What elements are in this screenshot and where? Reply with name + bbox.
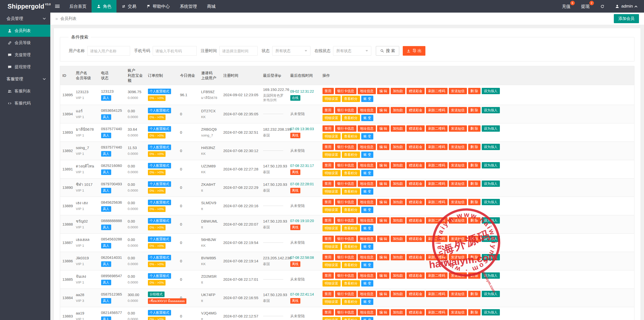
address-info-button[interactable]: 地址信息 (358, 309, 376, 315)
delete-button[interactable]: 删 除 (468, 272, 480, 279)
view-points-button[interactable]: 查看积分 (342, 317, 360, 320)
balance-change-button[interactable]: 账 变 (361, 170, 374, 176)
admin-user-menu[interactable]: admin (615, 4, 637, 9)
set-fake-button[interactable]: 设为假人 (482, 291, 500, 297)
add-deduct-button[interactable]: 加扣款 (391, 254, 406, 260)
set-fake-button[interactable]: 设为假人 (482, 217, 500, 224)
disable-button[interactable]: 禁用 (323, 291, 334, 297)
add-deduct-button[interactable]: 加扣款 (391, 272, 406, 279)
withdraw-nav-button[interactable]: 提现 2 (581, 4, 590, 9)
detail-settings-button[interactable]: 明细设置 (323, 280, 341, 287)
detail-settings-button[interactable]: 明细设置 (323, 262, 341, 268)
set-fake-button[interactable]: 设为假人 (482, 125, 500, 132)
detail-settings-button[interactable]: 明细设置 (323, 317, 341, 320)
refresh-qrcode-button[interactable]: 刷新二维码 (426, 162, 448, 168)
balance-change-button[interactable]: 账 变 (361, 280, 374, 287)
detail-settings-button[interactable]: 明细设置 (323, 115, 341, 121)
view-points-button[interactable]: 查看积分 (342, 152, 360, 158)
add-deduct-button[interactable]: 加扣款 (391, 144, 406, 150)
add-deduct-button[interactable]: 加扣款 (391, 88, 406, 94)
send-sms-button[interactable]: 发送短信 (449, 162, 467, 168)
delete-button[interactable]: 删 除 (468, 309, 480, 315)
phone-search-input[interactable] (153, 46, 197, 56)
send-sms-button[interactable]: 发送短信 (449, 291, 467, 297)
refresh-icon[interactable] (600, 4, 605, 9)
nav-item-roles[interactable]: 角色 (92, 0, 116, 13)
edit-button[interactable]: 编 辑 (377, 162, 389, 168)
set-fake-button[interactable]: 设为假人 (482, 107, 500, 113)
bank-card-info-button[interactable]: 银行卡信息 (335, 309, 357, 315)
edit-button[interactable]: 编 辑 (377, 144, 389, 150)
refresh-qrcode-button[interactable]: 刷新二维码 (426, 291, 448, 297)
sidebar-item-withdraw-management[interactable]: 提现管理 (0, 61, 50, 73)
delete-button[interactable]: 删 除 (468, 181, 480, 187)
detail-settings-button[interactable]: 明细设置 (323, 225, 341, 231)
add-deduct-button[interactable]: 加扣款 (391, 125, 406, 132)
gift-bonus-button[interactable]: 赠送彩金 (407, 272, 425, 279)
disable-button[interactable]: 禁用 (323, 199, 334, 205)
address-info-button[interactable]: 地址信息 (358, 291, 376, 297)
delete-button[interactable]: 删 除 (468, 88, 480, 94)
delete-button[interactable]: 删 除 (468, 107, 480, 113)
bank-card-info-button[interactable]: 银行卡信息 (335, 291, 357, 297)
address-info-button[interactable]: 地址信息 (358, 162, 376, 168)
add-deduct-button[interactable]: 加扣款 (391, 199, 406, 205)
detail-settings-button[interactable]: 明细设置 (323, 299, 341, 305)
gift-bonus-button[interactable]: 赠送彩金 (407, 144, 425, 150)
set-fake-button[interactable]: 设为假人 (482, 162, 500, 168)
gift-bonus-button[interactable]: 赠送彩金 (407, 181, 425, 187)
delete-button[interactable]: 删 除 (468, 217, 480, 224)
balance-change-button[interactable]: 账 变 (361, 188, 374, 195)
detail-settings-button[interactable]: 明细设置 (323, 188, 341, 195)
bank-card-info-button[interactable]: 银行卡信息 (335, 88, 357, 94)
send-sms-button[interactable]: 发送短信 (449, 144, 467, 150)
nav-item-trade[interactable]: 交易 (116, 0, 141, 13)
address-info-button[interactable]: 地址信息 (358, 144, 376, 150)
refresh-qrcode-button[interactable]: 刷新二维码 (426, 272, 448, 279)
bank-card-info-button[interactable]: 银行卡信息 (335, 144, 357, 150)
delete-button[interactable]: 删 除 (468, 144, 480, 150)
bank-card-info-button[interactable]: 银行卡信息 (335, 272, 357, 279)
set-fake-button[interactable]: 设为假人 (482, 236, 500, 242)
address-info-button[interactable]: 地址信息 (358, 254, 376, 260)
refresh-qrcode-button[interactable]: 刷新二维码 (426, 181, 448, 187)
gift-bonus-button[interactable]: 赠送彩金 (407, 254, 425, 260)
bank-card-info-button[interactable]: 银行卡信息 (335, 254, 357, 260)
send-sms-button[interactable]: 发送短信 (449, 125, 467, 132)
delete-button[interactable]: 删 除 (468, 236, 480, 242)
balance-change-button[interactable]: 账 变 (361, 96, 374, 102)
refresh-qrcode-button[interactable]: 刷新二维码 (426, 199, 448, 205)
address-info-button[interactable]: 地址信息 (358, 88, 376, 94)
refresh-qrcode-button[interactable]: 刷新二维码 (426, 107, 448, 113)
balance-change-button[interactable]: 账 变 (361, 115, 374, 121)
bank-card-info-button[interactable]: 银行卡信息 (335, 236, 357, 242)
address-info-button[interactable]: 地址信息 (358, 272, 376, 279)
bank-card-info-button[interactable]: 银行卡信息 (335, 162, 357, 168)
set-fake-button[interactable]: 设为假人 (482, 309, 500, 315)
edit-button[interactable]: 编 辑 (377, 254, 389, 260)
gift-bonus-button[interactable]: 赠送彩金 (407, 125, 425, 132)
balance-change-button[interactable]: 账 变 (361, 152, 374, 158)
edit-button[interactable]: 编 辑 (377, 272, 389, 279)
view-points-button[interactable]: 查看积分 (342, 133, 360, 139)
balance-change-button[interactable]: 账 变 (361, 317, 374, 320)
sidebar-item-member-list[interactable]: 会员列表 (0, 25, 50, 37)
add-deduct-button[interactable]: 加扣款 (391, 236, 406, 242)
gift-bonus-button[interactable]: 赠送彩金 (407, 162, 425, 168)
send-sms-button[interactable]: 发送短信 (449, 236, 467, 242)
edit-button[interactable]: 编 辑 (377, 125, 389, 132)
edit-button[interactable]: 编 辑 (377, 309, 389, 315)
refresh-qrcode-button[interactable]: 刷新二维码 (426, 144, 448, 150)
gift-bonus-button[interactable]: 赠送彩金 (407, 199, 425, 205)
send-sms-button[interactable]: 发送短信 (449, 199, 467, 205)
sidebar-item-service-code[interactable]: 客服代码 (0, 97, 50, 109)
sidebar-section-customer-service[interactable]: 客服管理 (0, 73, 50, 85)
delete-button[interactable]: 删 除 (468, 291, 480, 297)
username-search-input[interactable] (87, 46, 130, 56)
view-points-button[interactable]: 查看积分 (342, 280, 360, 287)
balance-change-button[interactable]: 账 变 (361, 133, 374, 139)
add-deduct-button[interactable]: 加扣款 (391, 291, 406, 297)
address-info-button[interactable]: 地址信息 (358, 217, 376, 224)
nav-item-help-center[interactable]: 帮助中心 (141, 0, 175, 13)
edit-button[interactable]: 编 辑 (377, 181, 389, 187)
